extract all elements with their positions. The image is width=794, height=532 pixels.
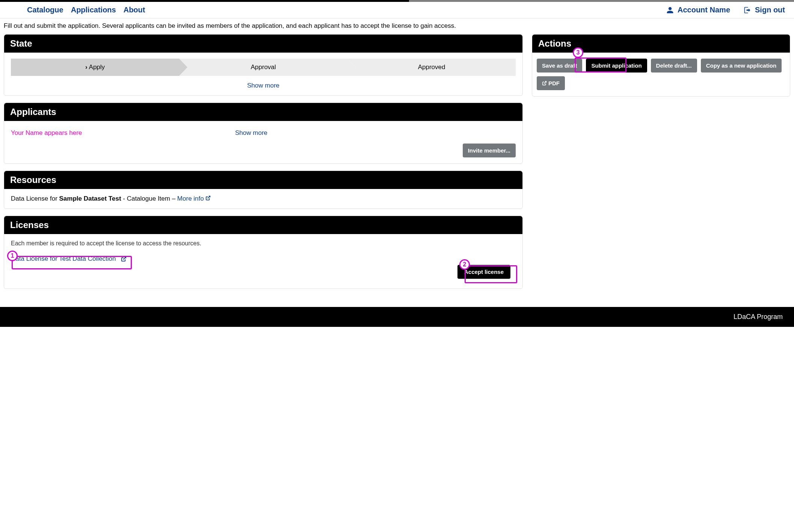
step-apply-label: Apply: [89, 63, 105, 71]
progress-steps: › Apply Approval Approved: [11, 59, 516, 76]
nav-about[interactable]: About: [124, 6, 145, 14]
licenses-header: Licenses: [4, 216, 522, 234]
more-info-label: More info: [177, 195, 204, 202]
licenses-desc: Each member is required to accept the li…: [11, 240, 516, 247]
state-card: State › Apply Approval Approved Show mor…: [4, 34, 523, 96]
svg-line-0: [208, 196, 210, 198]
resources-header: Resources: [4, 171, 522, 189]
resource-middle: - Catalogue Item –: [121, 195, 177, 202]
applicants-header: Applicants: [4, 103, 522, 121]
resource-prefix: Data License for: [11, 195, 59, 202]
copy-application-button[interactable]: Copy as a new application: [701, 59, 782, 73]
pdf-label: PDF: [548, 80, 560, 86]
step-approval: Approval: [179, 59, 347, 76]
user-icon: [666, 6, 674, 14]
svg-line-1: [124, 257, 126, 259]
intro-text: Fill out and submit the application. Sev…: [0, 18, 794, 34]
external-link-icon: [205, 195, 211, 201]
invite-member-button[interactable]: Invite member...: [463, 144, 516, 157]
external-link-icon: [121, 256, 127, 262]
step-apply: › Apply: [11, 59, 179, 76]
submit-application-button[interactable]: Submit application: [586, 59, 647, 73]
external-link-icon: [542, 81, 547, 86]
actions-card: Actions Save as draft Submit application…: [532, 34, 790, 97]
account-link[interactable]: Account Name: [666, 6, 730, 14]
applicant-name: Your Name appears here: [11, 127, 235, 137]
pdf-button[interactable]: PDF: [537, 76, 565, 90]
save-draft-button[interactable]: Save as draft: [537, 59, 582, 73]
nav-catalogue[interactable]: Catalogue: [27, 6, 63, 14]
resource-dataset: Sample Dataset Test: [59, 195, 121, 202]
licenses-card: Licenses Each member is required to acce…: [4, 216, 523, 289]
account-name: Account Name: [678, 6, 730, 14]
license-link-label: Data License for Test Data Collection: [11, 255, 116, 263]
more-info-link[interactable]: More info: [177, 195, 211, 202]
nav-left: Catalogue Applications About: [27, 6, 145, 14]
signout-icon: [744, 6, 751, 14]
license-link[interactable]: Data License for Test Data Collection: [11, 255, 127, 263]
signout-link[interactable]: Sign out: [744, 6, 785, 14]
state-header: State: [4, 35, 522, 53]
state-showmore[interactable]: Show more: [11, 80, 516, 89]
nav-applications[interactable]: Applications: [71, 6, 116, 14]
step-approval-label: Approval: [251, 63, 276, 71]
resource-line: Data License for Sample Dataset Test - C…: [11, 195, 211, 202]
resources-card: Resources Data License for Sample Datase…: [4, 171, 523, 209]
svg-line-2: [544, 82, 546, 84]
applicants-showmore[interactable]: Show more: [235, 129, 267, 136]
nav-right: Account Name Sign out: [666, 6, 785, 14]
footer-text: LDaCA Program: [734, 313, 783, 320]
topbar: Catalogue Applications About Account Nam…: [0, 2, 794, 18]
step-approved: Approved: [347, 59, 516, 76]
delete-draft-button[interactable]: Delete draft...: [651, 59, 697, 73]
signout-label: Sign out: [755, 6, 785, 14]
applicants-card: Applicants Your Name appears here Show m…: [4, 103, 523, 164]
actions-header: Actions: [532, 35, 790, 53]
chevron-right-icon: ›: [85, 63, 88, 71]
step-approved-label: Approved: [418, 63, 445, 71]
accept-license-button[interactable]: Accept license: [457, 265, 510, 279]
footer: LDaCA Program: [0, 307, 794, 327]
